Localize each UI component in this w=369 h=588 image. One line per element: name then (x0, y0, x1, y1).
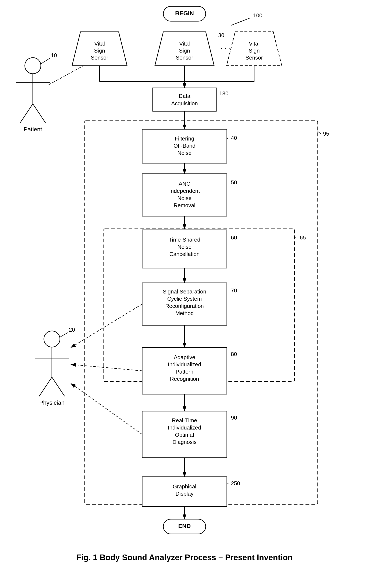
ss-line2: Cyclic System (167, 296, 202, 302)
svg-line-49 (71, 304, 142, 348)
sensor3-line1: Vital (249, 41, 259, 47)
rt-line4: Diagnosis (173, 439, 196, 445)
svg-line-48 (60, 333, 68, 337)
svg-point-4 (25, 58, 41, 74)
physician-label: Physician (39, 399, 65, 406)
svg-point-43 (44, 331, 60, 347)
sensor2-line3: Sensor (176, 54, 193, 61)
ref-90: 90 (231, 414, 237, 421)
ref-250: 250 (231, 480, 240, 486)
diagram-container: BEGIN 100 Patient 10 Vital Sign Sensor V… (0, 0, 369, 547)
filter-line2: Off-Band (174, 143, 195, 149)
svg-line-7 (20, 104, 33, 123)
ai-line2: Individualized (168, 361, 201, 368)
sensor1-line2: Sign (94, 47, 105, 54)
ts-line2: Noise (177, 244, 192, 250)
sensor2-line2: Sign (179, 47, 190, 54)
anc-line1: ANC (179, 181, 190, 187)
svg-line-22 (318, 131, 321, 134)
ref-70: 70 (231, 287, 237, 294)
ref-65: 65 (300, 234, 306, 241)
filter-line3: Noise (177, 150, 192, 156)
svg-line-9 (41, 58, 50, 63)
svg-rect-20 (153, 88, 216, 111)
svg-text:. . .: . . . (221, 42, 230, 50)
svg-line-51 (71, 383, 142, 434)
sensor1-line3: Sensor (91, 54, 108, 61)
ts-line1: Time-Shared (169, 237, 200, 243)
da-line1: Data (179, 93, 190, 99)
ref-130: 130 (219, 90, 228, 97)
svg-line-46 (39, 377, 52, 396)
ts-line3: Cancellation (169, 251, 200, 257)
ref-50: 50 (231, 179, 237, 186)
figure-caption: Fig. 1 Body Sound Analyzer Process – Pre… (0, 549, 369, 568)
anc-line3: Noise (177, 195, 192, 201)
ss-line4: Method (175, 310, 194, 316)
gd-line1: Graphical (173, 483, 196, 490)
filter-line1: Filtering (175, 135, 194, 142)
da-line2: Acquisition (171, 100, 198, 107)
gd-line2: Display (175, 491, 193, 497)
begin-label: BEGIN (175, 10, 194, 17)
svg-line-8 (33, 104, 46, 123)
ref-95: 95 (323, 131, 329, 137)
ref-100: 100 (253, 12, 262, 19)
anc-line2: Independent (169, 188, 200, 194)
anc-line4: Removal (174, 202, 195, 208)
ref-20: 20 (69, 327, 75, 333)
svg-line-3 (231, 18, 250, 25)
ref-10: 10 (51, 52, 57, 59)
ss-line3: Reconfiguration (165, 303, 204, 309)
ref-60: 60 (231, 234, 237, 241)
ref-30: 30 (218, 32, 224, 38)
ss-line1: Signal Separation (163, 288, 206, 295)
sensor1-line1: Vital (94, 41, 105, 47)
end-label: END (178, 523, 191, 529)
ref-40: 40 (231, 135, 237, 141)
ai-line3: Pattern (176, 369, 193, 375)
sensor2-line1: Vital (179, 41, 190, 47)
patient-label: Patient (23, 126, 42, 133)
rt-line2: Individualized (168, 424, 201, 431)
rt-line3: Optimal (175, 432, 194, 438)
ai-line1: Adaptive (174, 354, 195, 361)
ai-line4: Recognition (170, 376, 199, 382)
sensor3-line3: Sensor (246, 54, 263, 61)
rt-line1: Real-Time (172, 417, 197, 423)
svg-line-50 (71, 364, 142, 371)
svg-line-47 (52, 377, 65, 396)
flowchart-svg: BEGIN 100 Patient 10 Vital Sign Sensor V… (0, 0, 369, 547)
ref-80: 80 (231, 351, 237, 357)
sensor3-line2: Sign (249, 47, 260, 54)
